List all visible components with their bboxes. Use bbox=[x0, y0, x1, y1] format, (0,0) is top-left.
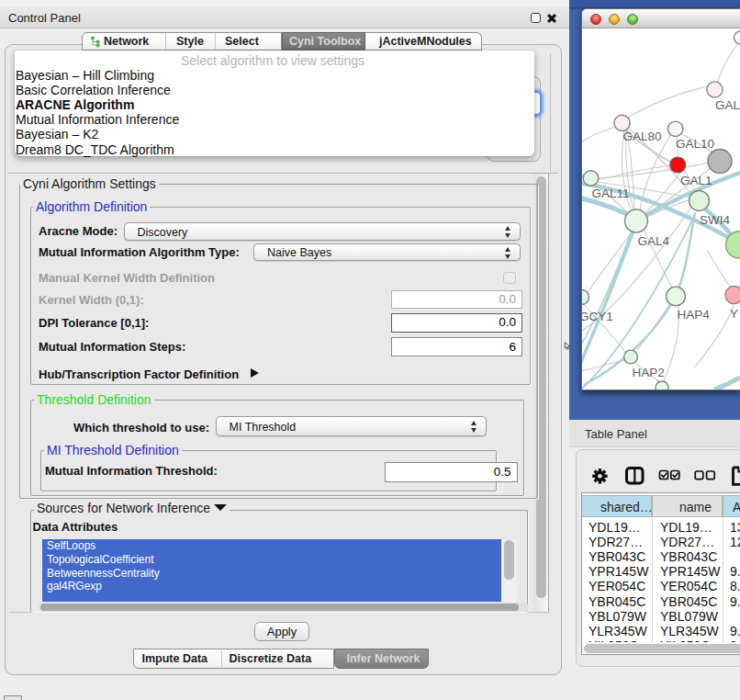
svg-text:GAL10: GAL10 bbox=[676, 137, 714, 151]
svg-text:GCY1: GCY1 bbox=[582, 310, 613, 323]
svg-text:GAL1: GAL1 bbox=[680, 174, 712, 187]
svg-text:HAP4: HAP4 bbox=[678, 308, 711, 322]
svg-text:GAL8: GAL8 bbox=[715, 98, 740, 112]
svg-text:GAL4: GAL4 bbox=[638, 234, 670, 248]
svg-text:HAP2: HAP2 bbox=[633, 366, 665, 379]
svg-text:GAL80: GAL80 bbox=[623, 130, 662, 143]
svg-text:Y: Y bbox=[730, 307, 738, 321]
svg-text:GAL11: GAL11 bbox=[592, 186, 630, 200]
svg-text:SWI4: SWI4 bbox=[700, 213, 730, 227]
